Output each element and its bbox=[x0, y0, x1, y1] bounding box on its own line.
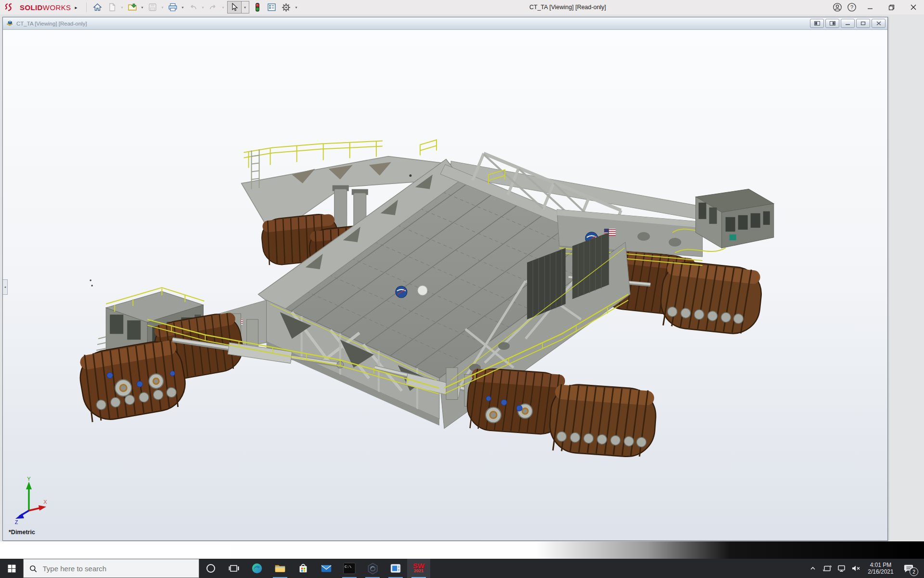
solidworks-brand: SOLIDWORKS bbox=[5, 3, 71, 12]
blue-window-app-icon bbox=[389, 562, 402, 575]
network-icon bbox=[837, 564, 847, 573]
window-controls: ? bbox=[830, 0, 924, 14]
undo-button[interactable] bbox=[186, 0, 200, 14]
3ds-logo-icon bbox=[5, 3, 17, 12]
pane-left-button[interactable] bbox=[810, 19, 824, 28]
screen: SOLIDWORKS ▸ ▾ ▾ bbox=[0, 0, 924, 578]
brand-solid: SOLID bbox=[20, 3, 43, 12]
store-icon bbox=[297, 562, 309, 575]
gear-icon bbox=[282, 3, 291, 12]
display-options-button[interactable] bbox=[265, 0, 279, 14]
print-icon bbox=[168, 3, 178, 12]
triad-y-label: Y bbox=[27, 476, 31, 482]
minimize-icon bbox=[867, 4, 873, 10]
taskbar-app-store[interactable] bbox=[292, 559, 315, 578]
taskbar-clock[interactable]: 4:01 PM 2/16/2021 bbox=[863, 562, 898, 575]
close-button[interactable] bbox=[902, 0, 924, 14]
account-icon bbox=[833, 2, 842, 12]
mdi-area: CT_TA [Viewing] [Read-only] bbox=[0, 14, 924, 541]
rebuild-traffic-light-button[interactable] bbox=[251, 0, 264, 14]
open-folder-icon bbox=[128, 3, 137, 12]
taskbar-app-file-explorer[interactable] bbox=[269, 559, 292, 578]
volume-button[interactable] bbox=[849, 559, 863, 578]
cortana-button[interactable] bbox=[199, 559, 222, 578]
triad-x-label: X bbox=[43, 499, 47, 505]
taskbar: C:\ SW 2021 bbox=[0, 559, 924, 578]
file-explorer-icon bbox=[274, 562, 286, 575]
hidden-icons-button[interactable] bbox=[806, 559, 820, 578]
open-button[interactable] bbox=[126, 0, 139, 14]
account-button[interactable] bbox=[830, 0, 845, 14]
document-window-buttons bbox=[808, 19, 886, 28]
start-button[interactable] bbox=[0, 559, 23, 578]
open-caret[interactable]: ▾ bbox=[140, 5, 145, 10]
display-options-icon bbox=[267, 3, 276, 12]
help-button[interactable]: ? bbox=[845, 0, 859, 14]
redo-caret[interactable]: ▾ bbox=[220, 5, 226, 10]
new-document-caret[interactable]: ▾ bbox=[119, 5, 125, 10]
viewport-3d[interactable]: Y X Z *Dimetric ◂ bbox=[3, 30, 887, 540]
pane-right-button[interactable] bbox=[825, 19, 839, 28]
assembly-icon bbox=[6, 20, 13, 27]
save-button[interactable] bbox=[146, 0, 159, 14]
quick-access-toolbar: ▾ ▾ ▾ ▾ bbox=[90, 0, 299, 14]
undo-caret[interactable]: ▾ bbox=[200, 5, 206, 10]
print-button[interactable] bbox=[166, 0, 180, 14]
crawler-transporter-model bbox=[3, 30, 887, 540]
app-titlebar: SOLIDWORKS ▸ ▾ ▾ bbox=[0, 0, 924, 15]
track-assembly-front-left bbox=[73, 310, 258, 423]
rear-right-cab bbox=[696, 189, 774, 248]
help-icon: ? bbox=[847, 2, 857, 12]
search-input[interactable] bbox=[42, 564, 193, 573]
new-document-button[interactable] bbox=[105, 0, 119, 14]
select-cursor-icon[interactable] bbox=[227, 1, 242, 13]
minimize-button[interactable] bbox=[859, 0, 881, 14]
restore-button[interactable] bbox=[881, 0, 902, 14]
document-window: CT_TA [Viewing] [Read-only] bbox=[2, 17, 888, 541]
settings-button[interactable] bbox=[280, 0, 293, 14]
save-icon bbox=[148, 3, 157, 12]
doc-close-button[interactable] bbox=[872, 19, 886, 28]
taskbar-app-mail[interactable] bbox=[315, 559, 338, 578]
chevron-up-icon bbox=[809, 565, 817, 572]
taskbar-search[interactable] bbox=[23, 559, 199, 578]
home-button[interactable] bbox=[91, 0, 104, 14]
hexagon-app-icon bbox=[366, 562, 379, 575]
mail-icon bbox=[320, 562, 333, 575]
print-caret[interactable]: ▾ bbox=[180, 5, 186, 10]
select-tool[interactable]: ▾ bbox=[227, 1, 249, 13]
save-caret[interactable]: ▾ bbox=[160, 5, 166, 10]
settings-caret[interactable]: ▾ bbox=[294, 5, 299, 10]
search-icon bbox=[29, 565, 37, 573]
redo-button[interactable] bbox=[206, 0, 220, 14]
traffic-light-icon bbox=[254, 2, 261, 12]
doc-minimize-button[interactable] bbox=[841, 19, 855, 28]
command-prompt-glyph: C:\ bbox=[345, 565, 351, 569]
document-titlebar[interactable]: CT_TA [Viewing] [Read-only] bbox=[3, 17, 887, 30]
doc-restore-button[interactable] bbox=[856, 19, 870, 28]
feature-panel-collapse-tab[interactable]: ◂ bbox=[3, 279, 8, 295]
task-view-icon bbox=[228, 563, 240, 574]
redo-icon bbox=[208, 3, 218, 12]
tablet-rotation-icon bbox=[822, 564, 832, 573]
taskbar-app-hexagon[interactable] bbox=[361, 559, 384, 578]
select-tool-caret[interactable]: ▾ bbox=[242, 1, 249, 13]
svg-text:?: ? bbox=[850, 4, 853, 10]
taskbar-app-edge[interactable] bbox=[245, 559, 269, 578]
network-button[interactable] bbox=[834, 559, 849, 578]
home-icon bbox=[93, 3, 102, 12]
notifications-button[interactable]: 2 bbox=[898, 559, 919, 578]
tablet-mode-button[interactable] bbox=[820, 559, 834, 578]
windows-logo-icon bbox=[8, 565, 16, 573]
solidworks-year-badge: 2021 bbox=[414, 568, 424, 573]
flyout-arrow-icon[interactable]: ▸ bbox=[75, 5, 77, 10]
system-tray: 4:01 PM 2/16/2021 2 bbox=[806, 559, 924, 578]
clock-time: 4:01 PM bbox=[863, 562, 898, 568]
taskbar-app-command-prompt[interactable]: C:\ bbox=[338, 559, 361, 578]
window-title: CT_TA [Viewing] [Read-only] bbox=[529, 4, 606, 11]
solidworks-taskbar-icon: SW bbox=[413, 564, 424, 568]
taskbar-app-solidworks[interactable]: SW 2021 bbox=[407, 559, 430, 578]
taskbar-app-blue-window[interactable] bbox=[384, 559, 407, 578]
document-title: CT_TA [Viewing] [Read-only] bbox=[16, 21, 87, 26]
task-view-button[interactable] bbox=[222, 559, 245, 578]
